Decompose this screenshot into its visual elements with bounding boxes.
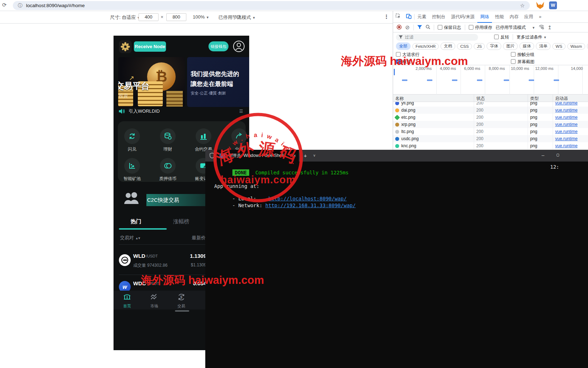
request-favicon [395,108,399,112]
chip-font[interactable]: 字体 [487,42,501,50]
invert-filter-checkbox[interactable]: 反转 [494,34,509,40]
filter-icon[interactable] [417,25,422,30]
network-throttle-select[interactable]: 已停用节流模式 ▼ [496,25,535,31]
col-type[interactable]: 类型 [528,94,553,102]
tick-14000ms: 14,000 [571,66,583,71]
chip-media[interactable]: 媒体 [519,42,534,50]
tab-console[interactable]: 控制台 [429,11,448,23]
col-status[interactable]: 状态 [474,94,528,102]
reload-icon[interactable]: ⟳ [2,2,7,8]
url-text[interactable]: localhost:8090/wap/#/home [26,3,85,8]
nav-market[interactable]: 市场 [144,293,165,309]
chip-all[interactable]: 全部 [396,42,411,50]
tab-hot[interactable]: 热门 [131,218,141,225]
table-row[interactable]: dai.png 200 png vue.runtime [393,107,588,114]
col-name[interactable]: 名称 [393,94,474,102]
chip-fetch-xhr[interactable]: Fetch/XHR [412,43,439,50]
tab-network[interactable]: 网络 [477,11,492,23]
toolbar-more-options-icon[interactable]: ⋮ [384,14,389,20]
price-column-header[interactable]: 最新价 [192,235,206,241]
tab-performance[interactable]: 性能 [492,11,507,23]
network-filter-row: 过滤 反转 更多过滤条件 ▼ [393,32,588,42]
tab-elements[interactable]: 元素 [414,11,429,23]
nav-trade[interactable]: $ 交易 [171,293,192,309]
announcement-marquee[interactable]: 引入WORLDID [119,108,160,114]
chip-img[interactable]: 图片 [503,42,518,50]
chip-css[interactable]: CSS [457,43,472,50]
banner-slide-text[interactable]: 我们提供您先进的 讓您走在最前端 安全·公正·優質·創新 [187,57,249,107]
col-initiator[interactable]: 启动器 [553,94,588,102]
toggle-device-toolbar-icon[interactable] [403,14,414,20]
network-overview-timeline[interactable]: 2,000 ms 4,000 ms 6,000 ms 8,000 ms 10,0… [393,65,588,94]
chip-manifest[interactable]: 清单 [536,42,551,50]
viewport-width-input[interactable]: 400 [139,13,159,21]
search-icon[interactable] [426,25,430,30]
site-info-icon[interactable]: ⓘ [18,2,22,9]
request-favicon [395,144,399,148]
table-row[interactable]: usdc.png 200 png vue.runtime [393,135,588,142]
rotate-viewport-icon[interactable]: ⟳ [236,14,241,20]
menu-item-wealth[interactable]: 理财 [154,128,182,152]
table-row[interactable]: ltc.png 200 png vue.runtime [393,128,588,135]
banner2-line3: 安全·公正·優質·創新 [191,91,226,96]
menu-item-staking-loan[interactable]: 质押借币 [154,158,182,182]
minimize-icon[interactable]: — [542,153,544,158]
pair-column-header[interactable]: 交易对 ▲▼ [120,235,140,241]
screenshots-checkbox[interactable]: 屏幕截图 [511,59,534,65]
banner2-line2: 讓您走在最前端 [191,80,233,88]
metamask-extension-icon[interactable] [536,2,544,9]
network-toolbar: ⊘ 保留日志 停用缓存 已停用节流模式 ▼ ↥ [393,23,588,32]
table-row[interactable]: etc.png 200 png vue.runtime [393,114,588,121]
w-extension-icon[interactable]: W [549,1,557,9]
app-logo [119,40,132,53]
device-size-select[interactable]: 尺寸: 自适应 ▼ [110,14,140,21]
speaker-icon [119,108,125,114]
watermark-text-bottom: 海外源码 haiwaiym.com [141,273,264,288]
chip-ws[interactable]: WS [552,43,566,50]
network-filter-input[interactable]: 过滤 [396,34,478,41]
tab-dropdown-icon[interactable]: ˅ [313,154,315,158]
chip-js[interactable]: JS [474,43,485,50]
chip-wasm[interactable]: Wasm [567,43,585,50]
address-bar[interactable]: ⓘ localhost:8090/wap/#/home ☆ [13,1,530,10]
menu-item-swap[interactable]: 闪兑 [118,128,146,152]
more-filters-select[interactable]: 更多过滤条件 ▼ [517,34,547,40]
table-row[interactable]: knc.png 200 png vue.runtime [393,142,588,149]
tab-gainers[interactable]: 涨幅榜 [173,218,189,225]
disable-cache-checkbox[interactable]: 停用缓存 [469,25,492,31]
two-coins-icon [164,162,172,170]
profile-icon[interactable] [233,40,245,54]
maximize-icon[interactable]: ▢ [557,152,559,157]
preserve-log-checkbox[interactable]: 保留日志 [438,25,461,31]
tick-12000ms: 12,000 ms [535,66,553,71]
network-conditions-icon[interactable] [539,25,544,30]
more-tabs-icon[interactable]: » [536,11,544,23]
viewport-height-input[interactable]: 800 [166,13,186,21]
watermark-text-top: 海外源码 haiwaiym.com [341,53,468,69]
import-har-icon[interactable]: ↥ [548,25,552,30]
browser-toolbar: ⟳ ⓘ localhost:8090/wap/#/home ☆ W [0,0,588,11]
request-favicon [395,137,399,141]
dimension-times-label: × [161,14,164,20]
banner2-line1: 我们提供您先进的 [191,70,239,78]
nav-home[interactable]: 首页 [116,293,138,309]
record-network-log-icon[interactable] [397,25,402,31]
tick-8000ms: 8,000 ms [489,66,505,71]
inspect-element-icon[interactable] [393,14,403,20]
group-by-frame-checkbox[interactable]: 按帧分组 [511,52,534,58]
tab-application[interactable]: 应用 [521,11,536,23]
trade-icon: $ [177,293,185,301]
table-row[interactable]: yfi.png 200 png vue.runtime [393,102,588,107]
table-row[interactable]: xrp.png 200 png vue.runtime [393,121,588,128]
banner-slide-coins[interactable]: ₿ 交易平台 投資 ↗ [118,57,185,107]
tab-sources[interactable]: 源代码/来源 [448,11,478,23]
tab-memory[interactable]: 内存 [507,11,521,23]
connect-wallet-button[interactable]: 链接钱包 [208,41,228,51]
receive-node-button[interactable]: Receive Node [134,41,166,52]
chip-doc[interactable]: 文档 [441,42,455,50]
zoom-select[interactable]: 100% ▼ [193,14,209,20]
bookmark-star-icon[interactable]: ☆ [520,2,525,9]
home-indicator[interactable] [175,310,189,312]
clear-network-log-icon[interactable]: ⊘ [405,24,410,31]
menu-item-mining-pool[interactable]: 智能矿池 [118,158,146,182]
